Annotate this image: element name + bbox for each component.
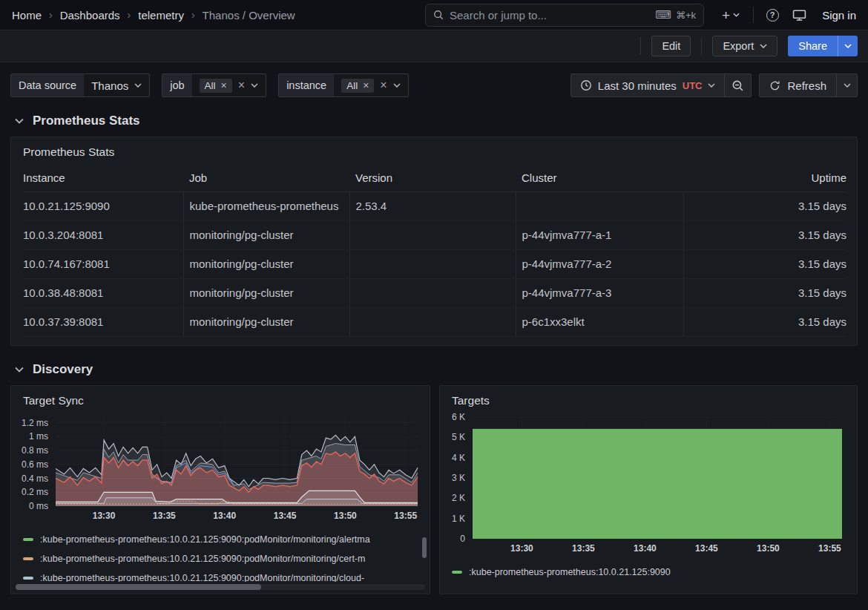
kiosk-mode-button[interactable] — [789, 5, 809, 24]
export-button[interactable]: Export — [712, 36, 777, 56]
variable-label: instance — [279, 74, 334, 96]
table-cell: 3.15 days — [683, 249, 846, 278]
clear-selection-icon[interactable]: × — [238, 79, 245, 91]
export-label: Export — [723, 40, 754, 52]
legend: :kube-prometheus-prometheus:10.0.21.125:… — [23, 530, 419, 582]
table-cell — [516, 191, 683, 220]
table-cell: 10.0.37.39:8081 — [23, 307, 183, 336]
y-axis-label: 3 K — [440, 473, 465, 483]
panel-title: Target Sync — [11, 386, 430, 407]
time-range-label: Last 30 minutes — [598, 79, 677, 92]
table-row: 10.0.74.167:8081monitoring/pg-clusterp-4… — [23, 249, 846, 278]
share-menu-button[interactable] — [838, 36, 858, 56]
y-axis-label: 0.6 ms — [11, 459, 48, 470]
help-button[interactable]: ? — [763, 5, 782, 24]
legend: :kube-prometheus-prometheus:10.0.21.125:… — [452, 563, 857, 582]
prometheus-stats-panel: Prometheus Stats InstanceJobVersionClust… — [10, 137, 858, 346]
timezone-label: UTC — [683, 80, 703, 91]
breadcrumb-separator: › — [191, 9, 195, 21]
x-axis-label: 13:30 — [504, 543, 539, 554]
legend-series-color — [23, 557, 33, 560]
y-axis-label: 5 K — [440, 432, 465, 442]
zoom-out-time-button[interactable] — [724, 74, 751, 96]
column-header[interactable]: Version — [349, 165, 516, 191]
breadcrumb-home[interactable]: Home — [12, 9, 42, 22]
section-prometheus-stats[interactable]: Prometheus Stats — [15, 114, 868, 128]
table-cell: monitoring/pg-cluster — [183, 307, 349, 336]
share-button[interactable]: Share — [788, 36, 838, 56]
search-input[interactable]: Search or jump to... ⌨ ⌘+k — [425, 4, 704, 27]
table-cell: 3.15 days — [683, 307, 846, 336]
chip-label: All — [205, 80, 216, 91]
y-axis-label: 1 ms — [11, 431, 48, 442]
legend-vertical-scrollbar[interactable] — [422, 537, 427, 558]
job-select[interactable]: All × × — [192, 74, 266, 96]
target-sync-chart[interactable]: 0 ms0.2 ms0.4 ms0.6 ms0.8 ms1 ms1.2 ms13… — [11, 413, 430, 524]
prometheus-stats-table: InstanceJobVersionClusterUptime 10.0.21.… — [23, 165, 846, 337]
legend-series-label: :kube-prometheus-prometheus:10.0.21.125:… — [40, 554, 365, 564]
add-button[interactable]: + — [717, 5, 744, 25]
breadcrumb-separator: › — [128, 9, 131, 21]
section-discovery[interactable]: Discovery — [15, 362, 868, 377]
target-sync-panel: Target Sync 0 ms0.2 ms0.4 ms0.6 ms0.8 ms… — [10, 385, 430, 594]
remove-chip-icon[interactable]: × — [221, 80, 227, 91]
table-cell: p-44vjmva777-a-2 — [516, 249, 683, 278]
clear-selection-icon[interactable]: × — [380, 79, 387, 91]
legend-item[interactable]: :kube-prometheus-prometheus:10.0.21.125:… — [23, 530, 419, 549]
time-range-button[interactable]: Last 30 minutes UTC — [571, 74, 725, 96]
clock-icon — [580, 79, 592, 91]
breadcrumb-separator: › — [49, 9, 53, 21]
section-title: Discovery — [33, 362, 93, 377]
table-cell: kube-prometheus-prometheus — [183, 191, 349, 220]
panel-title: Targets — [440, 386, 857, 407]
legend-horizontal-scrollbar[interactable] — [16, 584, 425, 590]
breadcrumb-telemetry[interactable]: telemetry — [138, 9, 184, 22]
table-cell — [349, 307, 516, 336]
chevron-down-icon — [708, 83, 715, 88]
y-axis-label: 0 ms — [11, 501, 48, 511]
series-area — [473, 429, 842, 539]
legend-series-label: :kube-prometheus-prometheus:10.0.21.125:… — [469, 567, 671, 577]
refresh-interval-button[interactable] — [836, 74, 857, 96]
column-header[interactable]: Instance — [23, 165, 183, 191]
legend-item[interactable]: :kube-prometheus-prometheus:10.0.21.125:… — [452, 563, 857, 582]
table-cell: monitoring/pg-cluster — [183, 278, 349, 307]
chevron-down-icon — [733, 13, 740, 17]
instance-chip-all[interactable]: All × — [341, 79, 374, 93]
search-shortcut: ⌨ ⌘+k — [655, 8, 696, 22]
chart-svg — [11, 413, 421, 508]
table-cell: 3.15 days — [683, 220, 846, 249]
remove-chip-icon[interactable]: × — [363, 80, 369, 91]
column-header[interactable]: Job — [183, 165, 349, 191]
refresh-button[interactable]: Refresh — [760, 74, 836, 96]
top-navigation: Home › Dashboards › telemetry › Thanos /… — [0, 0, 868, 30]
monitor-icon — [792, 9, 806, 22]
table-cell: 10.0.21.125:9090 — [23, 191, 183, 220]
zoom-out-icon — [731, 79, 744, 92]
job-chip-all[interactable]: All × — [200, 79, 232, 93]
panel-title: Prometheus Stats — [11, 137, 857, 159]
section-title: Prometheus Stats — [33, 114, 140, 128]
targets-chart[interactable]: 01 K2 K3 K4 K5 K6 K13:3013:3513:4013:451… — [440, 413, 857, 557]
table-cell: 2.53.4 — [349, 191, 516, 220]
help-icon: ? — [766, 9, 779, 22]
legend-item[interactable]: :kube-prometheus-prometheus:10.0.21.125:… — [23, 549, 419, 568]
chevron-down-icon — [15, 118, 24, 124]
x-axis-label: 13:30 — [86, 511, 122, 521]
y-axis-label: 0.2 ms — [11, 487, 48, 497]
share-split-button: Share — [788, 36, 858, 56]
table-row: 10.0.37.39:8081monitoring/pg-clusterp-6c… — [23, 307, 846, 336]
breadcrumb-dashboards[interactable]: Dashboards — [60, 9, 120, 22]
legend-item[interactable]: :kube-prometheus-prometheus:10.0.21.125:… — [23, 568, 419, 582]
table-cell: monitoring/pg-cluster — [183, 249, 349, 278]
column-header[interactable]: Cluster — [516, 165, 683, 191]
column-header[interactable]: Uptime — [683, 165, 846, 191]
datasource-select[interactable]: Thanos — [84, 74, 149, 96]
instance-select[interactable]: All × × — [334, 74, 408, 96]
sign-in-button[interactable]: Sign in — [822, 9, 856, 22]
table-cell: 3.15 days — [683, 191, 846, 220]
x-axis-label: 13:40 — [207, 511, 243, 521]
table-cell: monitoring/pg-cluster — [183, 220, 349, 249]
edit-button[interactable]: Edit — [651, 36, 691, 56]
breadcrumb-current-dashboard[interactable]: Thanos / Overview — [203, 9, 295, 22]
